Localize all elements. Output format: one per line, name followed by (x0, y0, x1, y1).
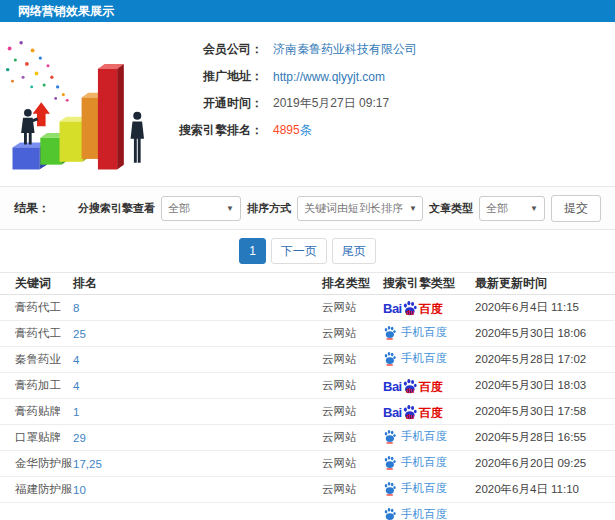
updated-time-cell: 2020年5月28日 16:55 (475, 425, 615, 451)
col-header-rank: 排名 (73, 273, 322, 295)
rank-link[interactable]: 29 (73, 432, 86, 444)
rank-cell: 29 (73, 425, 322, 451)
engine-cell: Bai du 百度 (383, 295, 475, 321)
member-company-label: 会员公司： (168, 41, 263, 58)
engine-cell: 手机百度 (383, 321, 475, 347)
baidu-mobile-badge: 手机百度 (383, 455, 447, 470)
baidu-cn-text: 百度 (419, 303, 443, 315)
article-type-value: 全部 (486, 201, 508, 216)
keyword-cell: 金华防护服 (0, 451, 73, 477)
rank-link[interactable]: 8 (73, 302, 79, 314)
rank-type-cell: 云网站 (322, 477, 383, 503)
table-row: 福建防护服 10 云网站 手机百度 2020年6月4日 11:10 (0, 477, 615, 503)
table-row: 口罩贴牌 29 云网站 手机百度 2020年5月28日 16:55 (0, 425, 615, 451)
baidu-logo: Bai du 百度 (383, 404, 443, 419)
baidu-paw-icon: du (402, 378, 418, 394)
col-header-keyword: 关键词 (0, 273, 73, 295)
confetti-dots (6, 41, 69, 102)
engine-cell: 手机百度 (383, 425, 475, 451)
promo-url-label: 推广地址： (168, 68, 263, 85)
baidu-mobile-paw-icon (383, 455, 397, 470)
keyword-cell: 膏药贴牌 (0, 399, 73, 425)
baidu-du-text: du (406, 387, 415, 394)
baidu-mobile-badge: 手机百度 (383, 507, 447, 520)
member-company-link[interactable]: 济南秦鲁药业科技有限公司 (273, 41, 417, 58)
baidu-mobile-paw-icon (383, 481, 397, 496)
table-row: 膏药加工 4 云网站 Bai du 百度 2020年5月30日 18:03 (0, 373, 615, 399)
bars (12, 64, 123, 170)
window-titlebar: 网络营销效果展示 (0, 0, 615, 22)
keyword-cell: 秦鲁药业 (0, 347, 73, 373)
engine-rank-label: 搜索引擎排名： (168, 122, 263, 139)
last-page-button[interactable]: 尾页 (332, 238, 376, 264)
member-company-row: 会员公司： 济南秦鲁药业科技有限公司 (168, 42, 417, 57)
baidu-bai-text: Bai (383, 406, 402, 419)
rank-cell: 4 (73, 347, 322, 373)
rank-type-cell: 云网站 (322, 399, 383, 425)
sort-select[interactable]: 关键词由短到长排序 ▼ (297, 196, 423, 221)
rank-cell: 4 (73, 373, 322, 399)
open-time-row: 开通时间： 2019年5月27日 09:17 (168, 96, 417, 111)
engine-rank-count: 4895条 (273, 122, 312, 139)
promo-url-row: 推广地址： http://www.qlyyjt.com (168, 69, 417, 84)
promo-url-link[interactable]: http://www.qlyyjt.com (273, 70, 385, 84)
keyword-cell: 口罩贴牌 (0, 425, 73, 451)
keywords-table: 关键词 排名 排名类型 搜索引擎类型 最新更新时间 膏药代工 8 云网站 Bai… (0, 272, 615, 520)
baidu-mobile-text: 手机百度 (401, 325, 447, 340)
col-header-updated: 最新更新时间 (475, 273, 615, 295)
filter-controls: 分搜索引擎查看 全部 ▼ 排序方式 关键词由短到长排序 ▼ 文章类型 全部 ▼ … (78, 195, 601, 222)
submit-button[interactable]: 提交 (551, 195, 601, 222)
rank-type-cell (322, 503, 383, 520)
engine-rank-row: 搜索引擎排名： 4895条 (168, 123, 417, 138)
rank-link[interactable]: 10 (73, 484, 86, 496)
rank-cell: 10 (73, 477, 322, 503)
baidu-cn-text: 百度 (419, 407, 443, 419)
page-button-1[interactable]: 1 (239, 238, 266, 264)
engine-filter-select[interactable]: 全部 ▼ (161, 196, 241, 221)
article-type-select[interactable]: 全部 ▼ (479, 196, 545, 221)
results-label: 结果： (14, 200, 50, 217)
baidu-logo: Bai du 百度 (383, 300, 443, 315)
rank-link[interactable]: 17,25 (73, 458, 102, 470)
rank-link[interactable]: 4 (73, 380, 79, 392)
baidu-mobile-badge: 手机百度 (383, 481, 447, 496)
col-header-engine-type: 搜索引擎类型 (383, 273, 475, 295)
table-row: 膏药代工 8 云网站 Bai du 百度 2020年6月4日 11:15 (0, 295, 615, 321)
rank-link[interactable]: 25 (73, 328, 86, 340)
baidu-paw-icon: du (402, 300, 418, 316)
baidu-mobile-badge: 手机百度 (383, 429, 447, 444)
page-title: 网络营销效果展示 (18, 4, 114, 18)
updated-time-cell: 2020年5月30日 18:03 (475, 373, 615, 399)
baidu-mobile-paw-icon (383, 325, 397, 340)
updated-time-cell: 2020年5月30日 18:06 (475, 321, 615, 347)
baidu-cn-text: 百度 (419, 381, 443, 393)
rank-cell: 8 (73, 295, 322, 321)
rank-type-cell: 云网站 (322, 295, 383, 321)
table-row: 秦鲁药业 4 云网站 手机百度 2020年5月28日 17:02 (0, 347, 615, 373)
engine-cell: 手机百度 (383, 503, 475, 520)
baidu-du-text: du (406, 309, 415, 316)
businessman-left (21, 109, 38, 145)
table-row: 手机百度 (0, 503, 615, 520)
engine-rank-unit: 条 (300, 123, 312, 137)
table-row: 金华防护服 17,25 云网站 手机百度 2020年6月20日 09:25 (0, 451, 615, 477)
baidu-mobile-paw-icon (383, 351, 397, 366)
rank-link[interactable]: 1 (73, 406, 79, 418)
engine-filter-value: 全部 (168, 201, 190, 216)
baidu-mobile-text: 手机百度 (401, 481, 447, 496)
keyword-cell (0, 503, 73, 520)
rank-cell (73, 503, 322, 520)
updated-time-cell: 2020年6月20日 09:25 (475, 451, 615, 477)
next-page-button[interactable]: 下一页 (271, 238, 327, 264)
summary-section: 会员公司： 济南秦鲁药业科技有限公司 推广地址： http://www.qlyy… (0, 22, 615, 186)
updated-time-cell: 2020年5月28日 17:02 (475, 347, 615, 373)
rank-type-cell: 云网站 (322, 347, 383, 373)
baidu-paw-icon: du (402, 404, 418, 420)
engine-filter-label: 分搜索引擎查看 (78, 201, 155, 216)
bar-chart-clipart (0, 34, 168, 184)
baidu-mobile-text: 手机百度 (401, 507, 447, 520)
rank-link[interactable]: 4 (73, 354, 79, 366)
baidu-bai-text: Bai (383, 380, 402, 393)
updated-time-cell: 2020年6月4日 11:10 (475, 477, 615, 503)
engine-rank-number: 4895 (273, 123, 300, 137)
